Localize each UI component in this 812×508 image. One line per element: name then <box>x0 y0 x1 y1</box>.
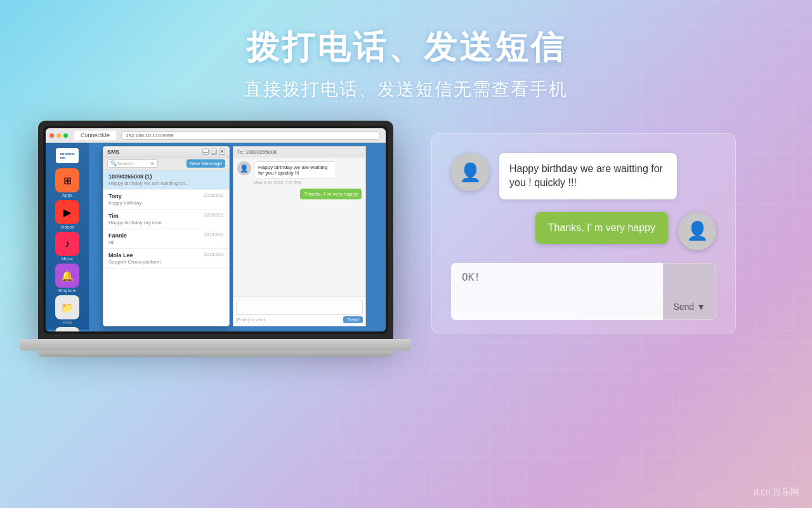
msg-avatar-received: 👤 <box>237 161 251 175</box>
music-icon[interactable]: ♪ <box>55 232 79 256</box>
apps-icon[interactable]: ⊞ <box>55 168 79 192</box>
chat-header: To: 10090265008 <box>233 147 365 157</box>
apps-label: Apps <box>62 193 72 197</box>
sms-title: SMS <box>107 149 120 155</box>
sms-close-btn[interactable]: ✕ <box>219 149 225 155</box>
laptop-screen: ConnectMe 192.168.10.110:9999 connectme <box>46 128 386 331</box>
sms-minimize-btn[interactable]: — <box>202 149 209 155</box>
contact-item-1[interactable]: 2015/3/31 Tony happy birthday <box>103 190 229 210</box>
app-logo: connectme <box>55 148 80 163</box>
new-message-button[interactable]: New Message <box>187 159 225 168</box>
msg-bubble-received-0: Happy birthday we are waitting for you !… <box>254 161 336 179</box>
left-panel: connectme ⊞ Apps ▶ Videos <box>46 143 89 330</box>
videos-label: Videos <box>60 225 74 229</box>
contact-name-0: 10090265008 (1) <box>108 173 224 180</box>
app-logo-inner: connectme <box>56 148 79 163</box>
app-interface: connectme ⊞ Apps ▶ Videos <box>46 143 386 330</box>
videos-icon[interactable]: ▶ <box>55 200 79 224</box>
sms-search[interactable]: 🔍 Search ⊗ <box>107 159 158 168</box>
sms-controls: — □ ✕ <box>202 149 225 155</box>
contact-date-1: 2015/3/31 <box>204 193 224 197</box>
icon-pair-ringtone: 🔔 Ringtone <box>55 264 79 293</box>
clear-search-icon[interactable]: ⊗ <box>150 161 155 166</box>
contact-preview-3: Hi! <box>108 239 224 245</box>
input-row: Send ▼ <box>451 263 716 320</box>
contact-item-4[interactable]: 2015/3/31 Mola Lee Support Cross-platfor… <box>103 249 229 269</box>
dot-yellow[interactable] <box>56 133 61 138</box>
chat-input[interactable] <box>236 300 363 315</box>
chat-input-large[interactable] <box>451 263 663 320</box>
send-dropdown-icon: ▼ <box>697 302 705 312</box>
sms-maximize-btn[interactable]: □ <box>211 149 217 155</box>
main-title: 拨打电话、发送短信 <box>0 25 812 70</box>
contact-date-3: 2015/3/31 <box>204 232 224 237</box>
chat-display: 👤 Happy birthday we are waitting for you… <box>431 133 736 333</box>
music-label: Music <box>62 257 73 261</box>
chat-to: To: 10090265008 <box>237 149 277 155</box>
bubble-received-large: Happy birthday we are waitting for you !… <box>499 153 677 199</box>
sms-overlay: 👤 Happy birthday we are waitting for you… <box>406 121 774 346</box>
contact-date-2: 2015/3/31 <box>204 213 224 217</box>
msg-sent-0: Thanks, I' m very happy <box>237 189 362 199</box>
avatar-received-icon: 👤 <box>459 162 481 183</box>
contact-item-3[interactable]: 2015/3/31 Fannie Hi! <box>103 229 229 249</box>
msg-time-0: March 31 2015 7:47 PM <box>254 180 336 185</box>
laptop-container: ConnectMe 192.168.10.110:9999 connectme <box>38 121 393 357</box>
chat-messages: 👤 Happy birthday we are waitting for you… <box>233 157 365 297</box>
icon-pair-contacts: 👤 Contacts <box>55 327 79 331</box>
chat-send-row: [Enter] to send Send <box>236 316 363 323</box>
send-hint: [Enter] to send <box>236 318 265 322</box>
chat-view: To: 10090265008 👤 Happy birthday we are … <box>233 146 366 326</box>
send-button-large[interactable]: Send ▼ <box>663 263 716 320</box>
dot-green[interactable] <box>63 133 68 138</box>
sms-search-input[interactable]: Search <box>117 161 150 166</box>
contact-preview-2: Happy birthday my love <box>108 220 224 225</box>
chat-received-row: 👤 Happy birthday we are waitting for you… <box>451 153 716 199</box>
chat-input-area: [Enter] to send Send <box>233 297 365 326</box>
sms-titlebar: SMS — □ ✕ <box>103 147 229 157</box>
header-section: 拨打电话、发送短信 直接拨打电话、发送短信无需查看手机 <box>0 0 812 102</box>
ringtone-icon[interactable]: 🔔 <box>55 264 79 288</box>
sms-toolbar: 🔍 Search ⊗ New Message <box>103 157 229 170</box>
laptop-screen-outer: ConnectMe 192.168.10.110:9999 connectme <box>43 126 388 334</box>
icon-pair-apps: ⊞ Apps <box>55 168 79 197</box>
address-bar[interactable]: 192.168.10.110:9999 <box>121 131 379 140</box>
msg-bubble-sent-0: Thanks, I' m very happy <box>300 189 362 199</box>
avatar-sent: 👤 <box>678 212 716 250</box>
contact-preview-4: Support Cross-platform <box>108 259 224 265</box>
contact-item-0[interactable]: 10090265008 (1) Happy birthday we are wa… <box>103 170 229 190</box>
content-area: ConnectMe 192.168.10.110:9999 connectme <box>0 102 812 357</box>
dot-red[interactable] <box>49 133 54 138</box>
contact-item-2[interactable]: 2015/3/31 Tim Happy birthday my love <box>103 210 229 229</box>
bubble-sent-large: Thanks, I' m very happy <box>535 212 668 244</box>
sms-dialog: SMS — □ ✕ 🔍 Search <box>103 146 230 326</box>
avatar-received: 👤 <box>451 153 489 191</box>
msg-received-0: 👤 Happy birthday we are waitting for you… <box>237 161 362 185</box>
icon-pair-videos: ▶ Videos <box>55 200 79 229</box>
icon-pair-files: 📁 Files <box>55 295 79 324</box>
laptop-stand <box>38 351 393 357</box>
ringtone-label: Ringtone <box>58 288 76 293</box>
files-label: Files <box>63 320 72 324</box>
watermark: d.cn 当乐网 <box>754 486 799 498</box>
contact-date-4: 2015/3/31 <box>204 252 224 257</box>
files-icon[interactable]: 📁 <box>55 295 79 319</box>
laptop-base <box>20 339 411 351</box>
icon-pair-music: ♪ Music <box>55 232 79 261</box>
contact-preview-0: Happy birthday we are waitting for... <box>108 180 224 186</box>
laptop-body: ConnectMe 192.168.10.110:9999 connectme <box>38 121 393 339</box>
chat-sent-row: Thanks, I' m very happy 👤 <box>451 212 716 250</box>
avatar-sent-icon: 👤 <box>686 220 709 241</box>
send-label: Send <box>673 302 694 312</box>
search-icon: 🔍 <box>110 161 117 166</box>
sub-title: 直接拨打电话、发送短信无需查看手机 <box>0 77 812 102</box>
contacts-icon[interactable]: 👤 <box>55 327 79 331</box>
contact-preview-1: happy birthday <box>108 200 224 206</box>
contact-list: 10090265008 (1) Happy birthday we are wa… <box>103 170 229 326</box>
browser-tab[interactable]: ConnectMe <box>74 131 116 140</box>
browser-chrome: ConnectMe 192.168.10.110:9999 <box>46 128 386 143</box>
send-button-small[interactable]: Send <box>343 316 363 323</box>
